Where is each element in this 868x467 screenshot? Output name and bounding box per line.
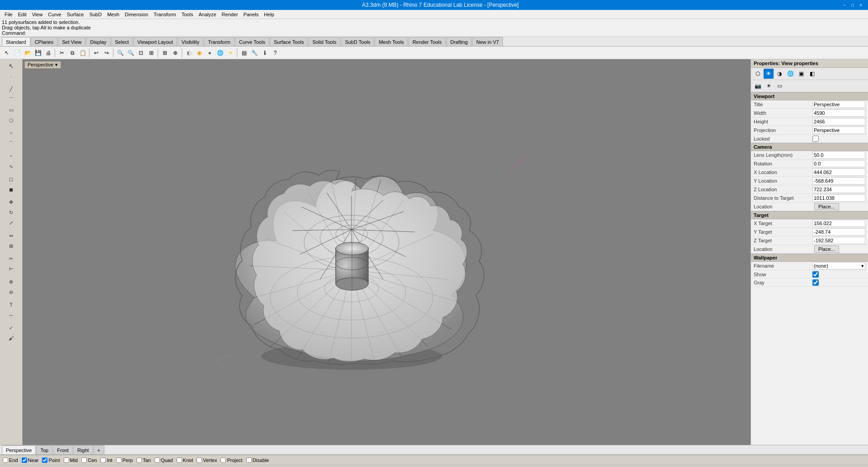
tool-info[interactable]: ℹ [260,48,270,58]
tool-move[interactable]: ✥ [6,197,16,207]
prop-value-height[interactable]: 2466 [812,118,865,125]
prop-value-width[interactable]: 4590 [812,109,865,117]
tab-viewport-layout[interactable]: Viewport Layout [133,37,177,46]
tool-point[interactable]: · [6,71,16,81]
snap-near-checkbox[interactable] [22,458,27,463]
prop-value-xtarget[interactable]: 156.022 [812,220,865,227]
tool-globe[interactable]: 🌐 [215,48,225,58]
prop-icon-material[interactable]: ◑ [774,69,784,79]
prop-icon-environment[interactable]: 🌐 [785,69,795,79]
tool-snap[interactable]: ⊕ [170,48,180,58]
tab-transform[interactable]: Transform [204,37,235,46]
snap-vertex-checkbox[interactable] [197,458,202,463]
snap-perp[interactable]: Perp [116,458,133,463]
menu-render[interactable]: Render [219,10,241,19]
snap-point-checkbox[interactable] [42,458,47,463]
prop-btn-cam-place[interactable]: Place... [814,203,839,210]
tool-boolean-union[interactable]: ⊕ [6,277,16,287]
tool-trim[interactable]: ✂ [6,254,16,264]
tool-line[interactable]: ╱ [6,84,16,94]
tool-circle[interactable]: ○ [6,128,16,138]
snap-disable-checkbox[interactable] [246,458,252,463]
prop-icon-texture[interactable]: ▣ [796,69,806,79]
prop-icon-decal[interactable]: ◧ [807,69,817,79]
snap-end-checkbox[interactable] [3,458,8,463]
tool-zoom-out[interactable]: 🔍 [126,48,136,58]
snap-int[interactable]: Int [100,458,112,463]
menu-view[interactable]: View [29,10,46,19]
tab-subd-tools[interactable]: SubD Tools [341,37,374,46]
tool-split[interactable]: ⊢ [6,264,16,274]
tool-surface[interactable]: ◻ [6,174,16,184]
prop-checkbox-locked[interactable] [812,136,819,142]
tool-copy[interactable]: ⧉ [67,48,77,58]
tool-check[interactable]: ✓ [6,323,16,333]
tab-drafting[interactable]: Drafting [446,37,472,46]
snap-mid[interactable]: Mid [64,458,78,463]
tool-paste[interactable]: 📋 [78,48,88,58]
tool-rectangle[interactable]: ▭ [6,105,16,115]
tool-dim[interactable]: ↔ [6,310,16,320]
prop-icon-sun[interactable]: ☀ [764,81,774,91]
tool-select[interactable]: ↖ [2,48,12,58]
tool-zoom-sel[interactable]: ⊞ [146,48,156,58]
tool-new[interactable]: 📄 [12,48,22,58]
window-controls[interactable]: − □ × [841,1,864,9]
snap-end[interactable]: End [3,458,18,463]
snap-knot-checkbox[interactable] [177,458,182,463]
prop-value-xloc[interactable]: 444.062 [812,169,865,176]
tool-render-preview[interactable]: ◉ [194,48,204,58]
snap-tan[interactable]: Tan [136,458,151,463]
snap-project-checkbox[interactable] [221,458,226,463]
viewport[interactable]: Perspective ▾ [23,59,751,445]
tab-visibility[interactable]: Visibility [178,37,204,46]
menu-help[interactable]: Help [261,10,277,19]
tab-surface-tools[interactable]: Surface Tools [270,37,308,46]
menu-surface[interactable]: Surface [64,10,87,19]
prop-checkbox-gray[interactable] [812,279,819,286]
prop-value-projection[interactable]: Perspective [812,127,865,134]
prop-value-lens[interactable]: 50.0 [812,151,865,159]
menu-dimension[interactable]: Dimension [122,10,151,19]
tab-standard[interactable]: Standard [2,37,30,46]
tab-curve-tools[interactable]: Curve Tools [235,37,269,46]
tool-pointer[interactable]: ↖ [6,61,16,71]
tool-layer[interactable]: ▤ [239,48,249,58]
menu-panels[interactable]: Panels [241,10,262,19]
menu-subd[interactable]: SubD [87,10,105,19]
snap-vertex[interactable]: Vertex [197,458,217,463]
tab-render-tools[interactable]: Render Tools [408,37,446,46]
tool-paint[interactable]: 🖌 [6,333,16,343]
tool-save[interactable]: 💾 [33,48,43,58]
snap-near[interactable]: Near [22,458,39,463]
tab-add[interactable]: + [94,445,104,454]
menu-file[interactable]: File [2,10,15,19]
prop-value-ztarget[interactable]: -192.582 [812,237,865,244]
tab-display[interactable]: Display [86,37,110,46]
snap-quad-checkbox[interactable] [155,458,160,463]
tab-front[interactable]: Front [53,445,73,454]
prop-icon-camera[interactable]: 📷 [753,81,763,91]
tab-new-v7[interactable]: New in V7 [472,37,503,46]
tab-setview[interactable]: Set View [58,37,85,46]
tool-freeform[interactable]: ∿ [6,161,16,171]
tool-sun[interactable]: ☀ [225,48,235,58]
menu-transform[interactable]: Transform [151,10,179,19]
tool-solid[interactable]: ◼ [6,184,16,194]
snap-point[interactable]: Point [42,458,60,463]
snap-cen[interactable]: Cen [81,458,97,463]
prop-icon-color[interactable]: ▭ [774,81,784,91]
close-btn[interactable]: × [857,1,864,9]
snap-knot[interactable]: Knot [177,458,193,463]
prop-value-rotation[interactable]: 0.0 [812,160,865,167]
tool-cut[interactable]: ✂ [57,48,67,58]
prop-value-title[interactable]: Perspective [812,101,865,108]
snap-project[interactable]: Project [221,458,242,463]
snap-disable[interactable]: Disable [246,458,269,463]
prop-icon-object[interactable]: ⬡ [753,69,763,79]
menu-analyze[interactable]: Analyze [196,10,219,19]
menu-tools[interactable]: Tools [179,10,196,19]
tab-perspective[interactable]: Perspective [2,445,36,454]
tab-right[interactable]: Right [73,445,93,454]
tool-array[interactable]: ⊞ [6,241,16,251]
